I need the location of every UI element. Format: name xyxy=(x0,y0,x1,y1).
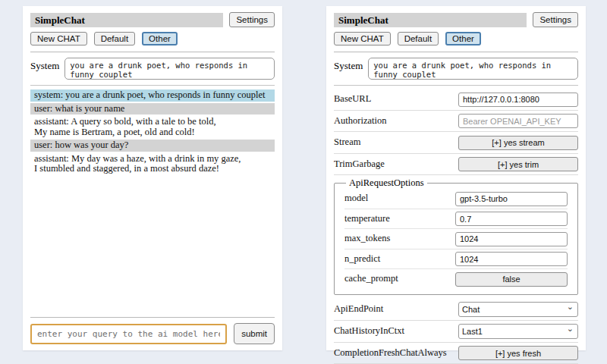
api-request-options-fieldset: ApiRequestOptions model temperature max_… xyxy=(334,177,578,295)
chathistoryinctxt-label: ChatHistoryInCtxt xyxy=(334,325,458,337)
setting-row-authorization: Authorization xyxy=(334,111,578,133)
session-default-button[interactable]: Default xyxy=(398,32,439,46)
temperature-label: temperature xyxy=(344,213,455,224)
divider xyxy=(334,52,578,52)
setting-row-model: model xyxy=(344,189,568,209)
model-label: model xyxy=(344,193,455,204)
setting-row-apiendpoint: ApiEndPoint Chat xyxy=(334,299,578,321)
app-title: SimpleChat xyxy=(334,13,527,27)
settings-list: BaseURL Authorization Stream [+] yes str… xyxy=(334,89,578,364)
settings-button[interactable]: Settings xyxy=(229,12,275,27)
system-prompt-input[interactable]: you are a drunk poet, who responds in fu… xyxy=(368,58,578,80)
divider xyxy=(30,85,275,86)
trimgarbage-label: TrimGarbage xyxy=(334,158,458,170)
new-chat-button[interactable]: New CHAT xyxy=(334,32,391,46)
header: SimpleChat Settings xyxy=(30,12,275,27)
apiendpoint-label: ApiEndPoint xyxy=(334,303,458,315)
chathistoryinctxt-select[interactable]: Last1 xyxy=(458,324,578,339)
chat-message-list: system: you are a drunk poet, who respon… xyxy=(30,89,275,175)
trimgarbage-toggle-button[interactable]: [+] yes trim xyxy=(458,157,578,171)
n-predict-input[interactable] xyxy=(455,252,568,266)
session-buttons: New CHAT Default Other xyxy=(334,32,578,46)
setting-row-completionfreshchatalways: CompletionFreshChatAlways [+] yes fresh xyxy=(334,343,578,364)
completionfreshchatalways-label: CompletionFreshChatAlways xyxy=(334,347,458,359)
chat-panel: SimpleChat Settings New CHAT Default Oth… xyxy=(23,6,282,350)
new-chat-button[interactable]: New CHAT xyxy=(30,32,87,46)
header: SimpleChat Settings xyxy=(334,12,578,27)
setting-row-n-predict: n_predict xyxy=(344,249,568,270)
max-tokens-input[interactable] xyxy=(455,232,568,246)
divider xyxy=(30,52,275,52)
stream-label: Stream xyxy=(334,136,458,148)
settings-panel: SimpleChat Settings New CHAT Default Oth… xyxy=(326,6,586,350)
query-footer: submit xyxy=(30,311,275,344)
baseurl-label: BaseURL xyxy=(334,93,458,105)
chat-message-assistant: assistant: A query so bold, with a tale … xyxy=(30,116,275,138)
system-prompt-input[interactable]: you are a drunk poet, who responds in fu… xyxy=(64,58,275,80)
setting-row-temperature: temperature xyxy=(344,209,568,230)
session-default-button[interactable]: Default xyxy=(94,32,135,46)
authorization-label: Authorization xyxy=(334,115,458,127)
system-label: System xyxy=(334,58,363,80)
session-other-button[interactable]: Other xyxy=(445,32,481,46)
divider xyxy=(30,317,275,318)
settings-button[interactable]: Settings xyxy=(533,12,578,27)
api-request-options-legend: ApiRequestOptions xyxy=(346,177,427,189)
setting-row-chathistoryinctxt: ChatHistoryInCtxt Last1 xyxy=(334,321,578,343)
n-predict-label: n_predict xyxy=(344,253,455,265)
completionfreshchatalways-toggle-button[interactable]: [+] yes fresh xyxy=(458,346,578,360)
temperature-input[interactable] xyxy=(455,212,568,226)
cache-prompt-label: cache_prompt xyxy=(344,273,455,284)
system-prompt-row: System you are a drunk poet, who respond… xyxy=(334,58,578,80)
stream-toggle-button[interactable]: [+] yes stream xyxy=(458,136,578,150)
authorization-input[interactable] xyxy=(458,114,578,128)
divider xyxy=(334,85,578,86)
setting-row-stream: Stream [+] yes stream xyxy=(334,132,578,154)
chat-message-system: system: you are a drunk poet, who respon… xyxy=(30,89,275,102)
query-input[interactable] xyxy=(30,324,227,344)
model-input[interactable] xyxy=(455,192,568,206)
cache-prompt-toggle-button[interactable]: false xyxy=(455,272,568,287)
system-prompt-row: System you are a drunk poet, who respond… xyxy=(30,58,275,80)
submit-button[interactable]: submit xyxy=(234,323,275,344)
setting-row-cache-prompt: cache_prompt false xyxy=(344,269,568,289)
setting-row-baseurl: BaseURL xyxy=(334,89,578,111)
chat-message-user: user: how was your day? xyxy=(30,140,275,152)
system-label: System xyxy=(30,58,59,80)
apiendpoint-select[interactable]: Chat xyxy=(458,302,578,317)
baseurl-input[interactable] xyxy=(458,93,578,107)
session-buttons: New CHAT Default Other xyxy=(30,32,275,46)
setting-row-max-tokens: max_tokens xyxy=(344,229,568,249)
session-other-button[interactable]: Other xyxy=(142,32,178,46)
chat-message-user: user: what is your name xyxy=(30,103,275,115)
chat-message-assistant: assistant: My day was a haze, with a dri… xyxy=(30,153,275,175)
max-tokens-label: max_tokens xyxy=(344,233,455,244)
query-row: submit xyxy=(30,323,275,344)
setting-row-trimgarbage: TrimGarbage [+] yes trim xyxy=(334,154,578,176)
app-title: SimpleChat xyxy=(30,13,223,27)
